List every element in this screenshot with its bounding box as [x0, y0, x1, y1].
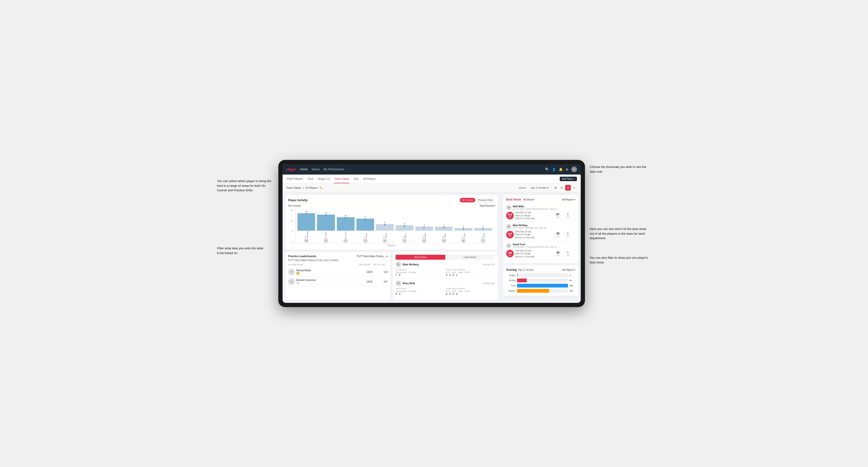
chevron-down-icon: ▾ [574, 198, 575, 201]
add-icon[interactable]: ⊕ [566, 167, 568, 171]
best-shots-card: Best Shots All Shots ▾ All Players ▾ MMa… [503, 195, 578, 263]
bar-group: 3R. ButlerR [415, 224, 433, 243]
tab-tour[interactable]: Tour [353, 175, 359, 183]
annotation-top-left: You can select which player is doing the… [217, 179, 274, 193]
bell-icon[interactable]: 🔔 [559, 167, 563, 171]
nav-link-home[interactable]: Home [300, 168, 308, 171]
team-name: Team Clippd [286, 186, 301, 189]
lb-columns: PLAYER NAME PB SCORE PB AVG SQ [288, 263, 388, 266]
tab-pga[interactable]: PGA [307, 175, 314, 183]
people-icon[interactable]: 👤 [552, 167, 556, 171]
chevron-down-icon: ▾ [532, 269, 533, 271]
practice-leaderboards-card: Practice Leaderboards PUTT Must Make Put… [285, 252, 390, 300]
bar-chart-container: 15 10 5 0 13B. McHargB12R. BrittR10D. Fo… [288, 209, 495, 247]
tablet-frame: clippd Home Teams My Performance 🔍 👤 🔔 ⊕… [278, 160, 585, 307]
tab-pgat[interactable]: PGAT Players [286, 175, 304, 183]
lb-rows: RRichard Butler119/20110EEdward Crossman… [288, 267, 388, 286]
chevron-down-icon: ▾ [386, 255, 388, 257]
chevron-right-icon: › [574, 211, 575, 214]
divider: | [303, 186, 303, 189]
scoring-players-dropdown[interactable]: All Players ▾ [562, 269, 575, 271]
bar-group: 2E. CrossmanE [455, 225, 472, 243]
player-activity-title: Player Activity [288, 198, 308, 202]
view-favorite-button[interactable]: ♥ [565, 185, 571, 191]
player-activity-header: Player Activity On Course Practice Drill… [288, 198, 495, 203]
nav-link-performance[interactable]: My Performance [323, 168, 344, 171]
least-active-tab[interactable]: Least Active [445, 255, 495, 260]
tab-all-players[interactable]: All Players [363, 175, 376, 183]
scoring-filter-dropdown[interactable]: Par 3, 4 & 5s ▾ [518, 269, 533, 271]
bar-group: 13B. McHargB [298, 211, 315, 243]
practice-drills-button[interactable]: Practice Drills [476, 198, 495, 203]
bar-group: 2L. RobertsonL [474, 225, 492, 243]
view-grid-small-button[interactable]: ⊞ [553, 185, 559, 191]
activity-player-item: BBlair McHarg26 Aug 2023Total RoundsTour… [396, 261, 495, 276]
chevron-down-icon: ▾ [574, 269, 575, 271]
view-icons: ⊞ ⊟ ♥ ≡ [553, 185, 577, 191]
scoring-bars: Eagles3Birdies96Pars499Bogeys315 [506, 273, 575, 293]
nav-icons: 🔍 👤 🔔 ⊕ U [545, 166, 577, 172]
scoring-card: Scoring Par 3, 4 & 5s ▾ All Players ▾ Ea… [503, 266, 578, 295]
view-filter-button[interactable]: ≡ [571, 185, 577, 191]
bar-group: 5E. EbertE [376, 221, 394, 243]
shot-row[interactable]: MMatt Miller09 Jun 2023 · Royal North De… [506, 203, 575, 222]
logo: clippd [286, 167, 295, 171]
edit-icon[interactable]: ✏️ [319, 186, 323, 189]
shot-rows: MMatt Miller09 Jun 2023 · Royal North De… [506, 203, 575, 260]
annotation-top-right: Choose the timescale you wish to see the… [590, 165, 651, 174]
bars-area: 13B. McHargB12R. BrittR10D. FordD9J. Col… [295, 210, 494, 243]
chevron-right-icon: › [574, 230, 575, 234]
avatar[interactable]: U [571, 166, 577, 172]
nav-link-teams[interactable]: Teams [311, 168, 319, 171]
annotation-right-bottom: You can also filter to show just one pla… [590, 255, 651, 264]
chevron-right-icon: › [574, 249, 575, 252]
add-team-button[interactable]: Add Team + [560, 177, 577, 181]
view-grid-button[interactable]: ⊟ [559, 185, 565, 191]
right-panel: Best Shots All Shots ▾ All Players ▾ MMa… [500, 192, 581, 303]
tab-hcaps[interactable]: Hcaps 1-5 [317, 175, 330, 183]
scoring-title: Scoring [506, 268, 517, 272]
chevron-down-icon: ▾ [494, 205, 495, 207]
bar-group: 3M. MillerM [435, 224, 453, 243]
chart-metric-dropdown[interactable]: Total Rounds ▾ [479, 205, 495, 207]
activity-players: BBlair McHarg26 Aug 2023Total RoundsTour… [396, 261, 495, 295]
most-active-tab[interactable]: Most Active [396, 255, 445, 260]
scoring-header: Scoring Par 3, 4 & 5s ▾ All Players ▾ [506, 268, 575, 272]
bar-group: 9J. ColesJ [356, 216, 374, 243]
lb-row[interactable]: EEdward Crossman218/20107 [288, 277, 388, 286]
lb-row[interactable]: RRichard Butler119/20110 [288, 267, 388, 277]
activity-toggle-buttons: On Course Practice Drills [460, 198, 495, 203]
scoring-row: Pars499 [506, 284, 575, 287]
shots-filter-dropdown[interactable]: All Shots ▾ [523, 198, 534, 201]
main-content: Player Activity On Course Practice Drill… [283, 192, 581, 303]
most-active-card: Most Active Least Active BBlair McHarg26… [393, 252, 498, 300]
left-panel: Player Activity On Course Practice Drill… [283, 192, 500, 303]
leaderboard-subtitle: PUTT Must Make Putting (3-6 ft), Last 3 … [288, 259, 388, 261]
chevron-down-icon: ▾ [533, 198, 534, 201]
annotation-right-mid: Here you can see who's hit the best shot… [590, 227, 651, 241]
top-nav: clippd Home Teams My Performance 🔍 👤 🔔 ⊕… [283, 164, 581, 175]
tab-team-clippd[interactable]: Team Clippd [334, 175, 349, 183]
scoring-row: Bogeys315 [506, 289, 575, 293]
show-label: Show: [519, 186, 526, 189]
scoring-row: Eagles3 [506, 273, 575, 277]
leaderboard-title: Practice Leaderboards [288, 255, 316, 257]
chevron-down-icon: ▾ [548, 186, 549, 189]
tablet-screen: clippd Home Teams My Performance 🔍 👤 🔔 ⊕… [283, 164, 581, 303]
best-shots-header: Best Shots All Shots ▾ All Players ▾ [506, 198, 575, 201]
bottom-row: Practice Leaderboards PUTT Must Make Put… [285, 252, 498, 300]
bar-group: 12R. BrittR [317, 212, 335, 243]
best-shots-players-dropdown[interactable]: All Players ▾ [562, 198, 575, 201]
time-filter-dropdown[interactable]: Last 3 months ▾ [528, 186, 551, 190]
shot-row[interactable]: DDavid Ford24 Aug 2023 · Royal North Dev… [506, 241, 575, 260]
on-course-button[interactable]: On Course [460, 198, 475, 203]
scoring-row: Birdies96 [506, 279, 575, 282]
nav-links: Home Teams My Performance [300, 168, 344, 171]
x-axis-label: Players [288, 244, 495, 247]
bar-chart: 15 10 5 0 13B. McHargB12R. BrittR10D. Fo… [288, 209, 495, 243]
annotation-bottom-left: Filter what data you wish the table to b… [217, 246, 267, 255]
search-icon[interactable]: 🔍 [545, 167, 549, 171]
team-header: Team Clippd | 14 Players ✏️ Show: Last 3… [283, 184, 581, 192]
leaderboard-dropdown[interactable]: PUTT Must Make Putting ... ▾ [357, 255, 388, 257]
shot-row[interactable]: BBlair McHarg23 Jul 2023 · Ashridge GC, … [506, 222, 575, 241]
